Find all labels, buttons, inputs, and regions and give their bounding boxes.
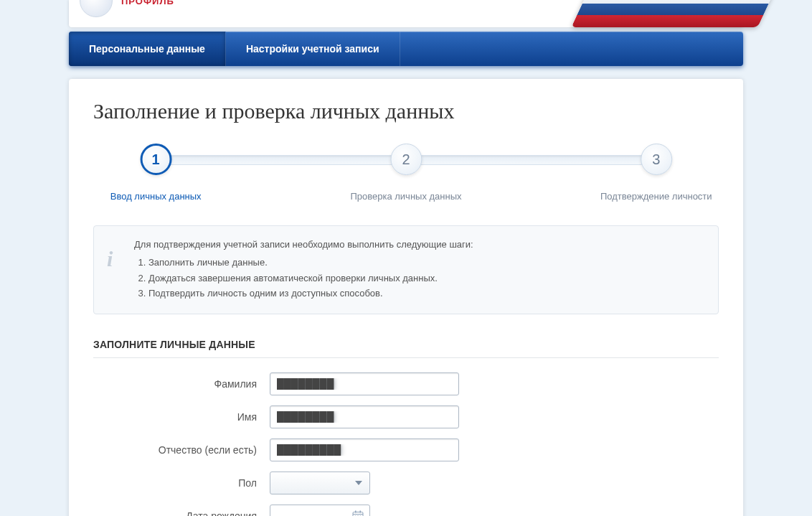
info-item: Заполнить личные данные. — [148, 255, 704, 271]
row-dob: Дата рождения — [93, 505, 719, 516]
step-caption: Подтверждение личности — [600, 191, 712, 202]
navbar: Персональные данные Настройки учетной за… — [69, 32, 743, 66]
main-card: Заполнение и проверка личных данных 1 Вв… — [69, 79, 743, 516]
info-item: Подтвердить личность одним из доступных … — [148, 286, 704, 301]
brand-text: ПРОФИЛЬ — [121, 0, 174, 6]
patronymic-field[interactable] — [270, 438, 459, 461]
tab-account-settings[interactable]: Настройки учетной записи — [226, 32, 400, 66]
info-item: Дождаться завершения автоматической пров… — [148, 271, 704, 286]
info-list: Заполнить личные данные. Дождаться завер… — [136, 255, 704, 301]
name-label: Имя — [93, 411, 270, 423]
name-field[interactable] — [270, 405, 459, 428]
step-circle: 1 — [140, 144, 171, 175]
brand: ПРОФИЛЬ — [80, 0, 174, 17]
page-title: Заполнение и проверка личных данных — [93, 99, 719, 123]
row-surname: Фамилия — [93, 372, 719, 395]
row-gender: Пол — [93, 472, 719, 494]
step-2[interactable]: 2 Проверка личных данных — [350, 144, 461, 202]
header-strip: ПРОФИЛЬ за границей: +7 (499) 550-18-39 — [69, 0, 743, 27]
tab-label: Настройки учетной записи — [246, 43, 379, 55]
step-1[interactable]: 1 Ввод личных данных — [110, 144, 202, 202]
tab-label: Персональные данные — [89, 43, 205, 55]
stepper: 1 Ввод личных данных 2 Проверка личных д… — [93, 144, 719, 194]
info-box: i Для подтверждения учетной записи необх… — [93, 225, 719, 314]
calendar-icon — [352, 510, 364, 516]
surname-field[interactable] — [270, 372, 459, 395]
step-3[interactable]: 3 Подтверждение личности — [600, 144, 712, 202]
form-section-header: ЗАПОЛНИТЕ ЛИЧНЫЕ ДАННЫЕ — [93, 339, 719, 358]
emblem-icon — [80, 0, 113, 17]
step-caption: Ввод личных данных — [110, 191, 202, 202]
patronymic-label: Отчество (если есть) — [93, 444, 270, 456]
svg-rect-3 — [360, 511, 362, 513]
row-patronymic: Отчество (если есть) — [93, 438, 719, 461]
surname-label: Фамилия — [93, 378, 270, 390]
flag-decoration — [580, 0, 766, 27]
step-circle: 2 — [390, 144, 422, 175]
info-intro: Для подтверждения учетной записи необход… — [134, 238, 704, 253]
dob-field[interactable] — [270, 505, 370, 516]
chevron-down-icon — [355, 481, 362, 485]
step-caption: Проверка личных данных — [350, 191, 461, 202]
tab-personal-data[interactable]: Персональные данные — [69, 32, 226, 66]
dob-label: Дата рождения — [93, 510, 270, 516]
gender-select[interactable] — [270, 472, 370, 494]
row-name: Имя — [93, 405, 719, 428]
gender-label: Пол — [93, 477, 270, 489]
info-icon: i — [107, 242, 113, 276]
svg-rect-2 — [355, 511, 357, 513]
personal-data-form: Фамилия Имя Отчество (если есть) Пол — [93, 372, 719, 516]
step-circle: 3 — [641, 144, 672, 175]
